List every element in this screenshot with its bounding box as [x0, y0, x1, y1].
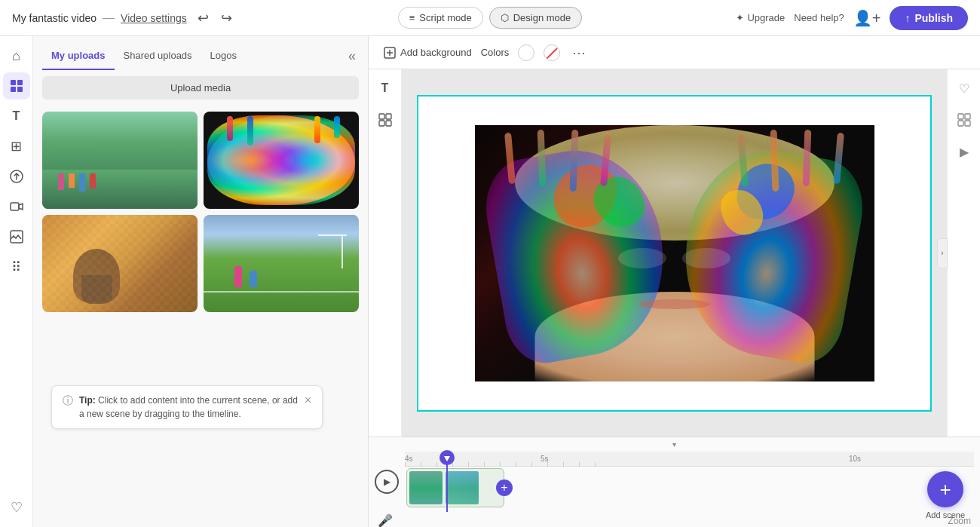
sidebar-home-button[interactable]: ⌂ [3, 42, 30, 69]
media-tabs: My uploads Shared uploads Logos [42, 42, 246, 70]
chevron-left-icon: › [941, 249, 943, 257]
tip-text: Tip: Click to add content into the curre… [79, 394, 299, 421]
microphone-button[interactable]: 🎤 [378, 513, 393, 527]
upload-icon [9, 169, 24, 184]
media-item[interactable] [204, 215, 359, 312]
brand-icon: ⊞ [11, 138, 22, 155]
sidebar-brand-button[interactable]: ⊞ [3, 133, 30, 160]
publish-button[interactable]: ↑ Publish [890, 6, 968, 30]
add-background-icon [384, 47, 396, 59]
info-icon: ⓘ [63, 394, 73, 408]
sidebar-media-button[interactable] [3, 72, 30, 100]
heart-icon: ♡ [11, 499, 23, 516]
svg-rect-17 [965, 121, 970, 126]
topbar-left: My fantastic video — Video settings ↩ ↪ [12, 7, 389, 29]
text-tool-button[interactable]: T [372, 75, 398, 101]
svg-rect-5 [11, 203, 19, 210]
more-options-button[interactable]: ⋯ [569, 44, 589, 61]
canvas-tools-right: › ♡ ▶ [947, 69, 980, 437]
upload-btn-wrap: Upload media [33, 70, 368, 106]
media-item[interactable] [204, 112, 359, 209]
sidebar-bottom: ♡ [3, 494, 30, 521]
upload-media-button[interactable]: Upload media [42, 76, 359, 100]
main-canvas-image [475, 125, 874, 381]
add-background-label: Add background [400, 47, 472, 58]
publish-icon: ↑ [905, 12, 910, 24]
color-white-option[interactable] [518, 44, 534, 61]
timeline-area: 4s 5s 10s [405, 452, 974, 512]
tab-my-uploads[interactable]: My uploads [42, 42, 115, 70]
playhead-head [439, 450, 455, 465]
svg-rect-13 [386, 121, 391, 126]
canvas-frame [417, 95, 932, 412]
undo-button[interactable]: ↩ [193, 7, 213, 29]
script-mode-button[interactable]: ≡ Script mode [398, 7, 483, 29]
sidebar-text-button[interactable]: T [3, 103, 30, 130]
media-item[interactable] [42, 112, 198, 209]
media-item[interactable] [42, 215, 198, 312]
canvas-toolbar: Add background Colors ⋯ [369, 36, 980, 69]
grid-right-button[interactable] [951, 107, 977, 133]
timeline-clip[interactable]: + [406, 468, 504, 507]
topbar-separator: — [103, 11, 115, 25]
add-scene-label: Add scene [926, 510, 965, 519]
svg-rect-3 [17, 87, 23, 92]
design-mode-button[interactable]: ⬡ Design mode [489, 7, 583, 29]
timeline: ▾ ▶ 4s 5s 10s [369, 437, 980, 527]
sidebar-favorites-button[interactable]: ♡ [3, 494, 30, 521]
heart-right-icon: ♡ [959, 81, 969, 96]
tab-logos[interactable]: Logos [201, 42, 246, 70]
clip-thumbnail-2 [446, 471, 479, 504]
canvas-main [402, 69, 947, 437]
tip-close-button[interactable]: × [305, 394, 311, 407]
favorites-right-button[interactable]: ♡ [951, 75, 977, 101]
add-background-button[interactable]: Add background [384, 47, 472, 59]
canvas-and-tools: T [369, 69, 980, 437]
tab-shared-uploads[interactable]: Shared uploads [115, 42, 201, 70]
canvas-tools-left: T [369, 69, 402, 437]
script-mode-icon: ≡ [409, 12, 415, 23]
svg-rect-1 [17, 80, 23, 85]
sidebar-apps-button[interactable]: ⠿ [3, 253, 30, 280]
collapse-right-panel-button[interactable]: › [937, 238, 948, 268]
timeline-track: ▶ 4s 5s 10s [369, 452, 980, 512]
svg-rect-10 [379, 114, 384, 119]
clip-thumbnail-1 [409, 471, 443, 504]
help-button[interactable]: Need help? [794, 12, 844, 23]
sidebar-video-button[interactable] [3, 193, 30, 220]
svg-rect-2 [11, 87, 16, 92]
svg-rect-0 [11, 80, 16, 85]
video-icon [9, 199, 24, 214]
play-button[interactable]: ▶ [375, 470, 399, 494]
project-title: My fantastic video [12, 12, 96, 24]
svg-rect-16 [958, 121, 963, 126]
sidebar-gallery-button[interactable] [3, 223, 30, 250]
color-none-option[interactable] [544, 44, 560, 61]
media-panel: My uploads Shared uploads Logos « Upload… [33, 36, 369, 527]
tip-body-text: Click to add content into the current sc… [79, 395, 298, 419]
topbar-center: ≡ Script mode ⬡ Design mode [398, 7, 583, 29]
add-user-button[interactable]: 👤+ [853, 9, 881, 27]
video-settings-link[interactable]: Video settings [121, 12, 187, 24]
timeline-ruler: 4s 5s 10s [405, 452, 974, 467]
icon-sidebar: ⌂ T ⊞ [0, 36, 33, 527]
add-scene-container: + Add scene [926, 471, 965, 519]
collapse-panel-button[interactable]: « [345, 45, 359, 67]
tip-bar: ⓘ Tip: Click to add content into the cur… [51, 385, 323, 429]
media-grid [33, 106, 368, 318]
add-clip-button[interactable]: + [496, 480, 513, 496]
text-tool-icon: T [381, 81, 389, 95]
redo-button[interactable]: ↪ [216, 7, 237, 29]
gallery-icon [9, 229, 24, 244]
script-mode-label: Script mode [419, 12, 471, 23]
play-next-button[interactable]: ▶ [951, 139, 977, 164]
publish-label: Publish [914, 12, 953, 24]
grid-tool-button[interactable] [372, 107, 398, 133]
upgrade-plus-icon: ✦ [736, 12, 744, 23]
sidebar-upload-button[interactable] [3, 163, 30, 190]
svg-rect-15 [965, 114, 970, 119]
add-scene-button[interactable]: + [927, 471, 963, 507]
upgrade-label: Upgrade [747, 12, 785, 23]
upgrade-button[interactable]: ✦ Upgrade [736, 12, 785, 23]
timeline-bottom: 🎤 Zoom [369, 512, 980, 527]
